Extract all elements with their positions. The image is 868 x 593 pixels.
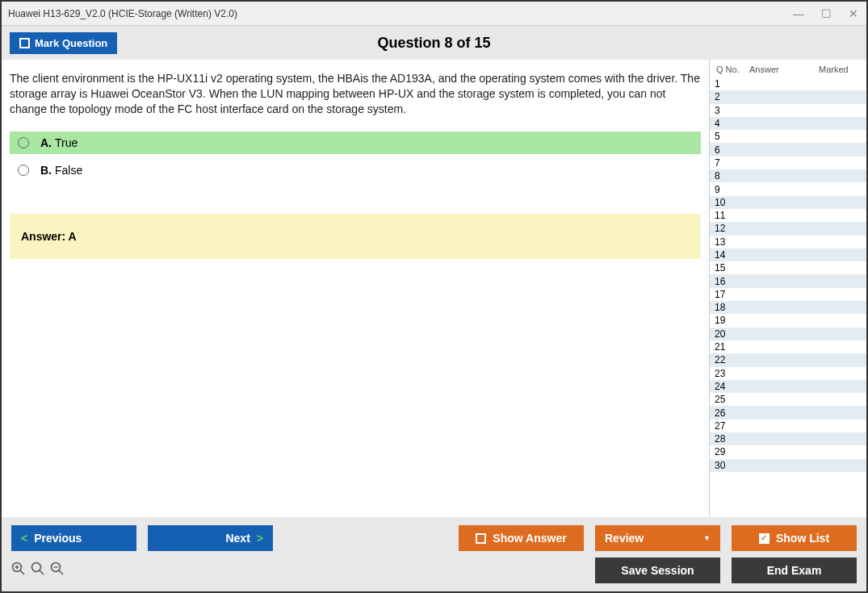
show-answer-button[interactable]: Show Answer [459, 525, 584, 551]
row-number: 9 [710, 184, 746, 195]
row-number: 1 [710, 78, 746, 90]
list-row[interactable]: 14 [710, 248, 866, 261]
list-row[interactable]: 6 [710, 143, 866, 156]
row-number: 19 [710, 315, 746, 326]
zoom-in-icon[interactable] [11, 562, 26, 580]
topbar: Mark Question Question 8 of 15 [2, 26, 866, 60]
list-row[interactable]: 3 [710, 104, 866, 117]
row-number: 4 [710, 118, 746, 129]
row-number: 15 [710, 262, 746, 274]
row-number: 26 [710, 407, 746, 419]
check-icon: ✓ [759, 533, 769, 544]
close-icon[interactable]: ✕ [847, 7, 860, 20]
list-row[interactable]: 13 [710, 236, 866, 248]
svg-point-4 [32, 562, 41, 571]
row-number: 20 [710, 328, 746, 340]
list-row[interactable]: 29 [710, 445, 866, 458]
list-row[interactable]: 9 [710, 182, 866, 195]
row-number: 16 [710, 276, 746, 287]
row-number: 17 [710, 289, 746, 300]
list-row[interactable]: 17 [710, 288, 866, 301]
list-row[interactable]: 24 [710, 380, 866, 393]
list-row[interactable]: 25 [710, 393, 866, 406]
button-row-1: < Previous Next > Show Answer Review ▼ ✓… [11, 525, 857, 551]
row-number: 13 [710, 236, 746, 248]
titlebar: Huawei H13-629_V2.0 (HCIE-Storage (Writt… [2, 2, 866, 26]
app-window: Huawei H13-629_V2.0 (HCIE-Storage (Writt… [0, 0, 868, 593]
list-row[interactable]: 4 [710, 117, 866, 130]
show-list-button[interactable]: ✓ Show List [732, 525, 857, 551]
list-row[interactable]: 15 [710, 261, 866, 274]
option-a[interactable]: A. True [10, 132, 701, 154]
row-number: 28 [710, 433, 746, 445]
option-text: False [55, 164, 82, 177]
list-row[interactable]: 2 [710, 90, 866, 103]
main-area: The client environment is the HP-UX11i v… [2, 60, 866, 517]
maximize-icon[interactable]: ☐ [820, 7, 832, 20]
header-marked: Marked [819, 65, 863, 74]
chevron-left-icon: < [21, 532, 27, 545]
row-number: 14 [710, 249, 746, 261]
list-row[interactable]: 28 [710, 432, 866, 445]
option-text: True [55, 136, 78, 149]
window-controls: — ☐ ✕ [792, 7, 860, 20]
answer-label: Answer: [21, 230, 69, 243]
list-row[interactable]: 16 [710, 274, 866, 287]
list-row[interactable]: 21 [710, 340, 866, 353]
mark-question-button[interactable]: Mark Question [10, 32, 117, 54]
radio-icon [18, 165, 29, 176]
list-header: Q No. Answer Marked [710, 60, 866, 77]
review-label: Review [605, 532, 644, 545]
list-row[interactable]: 12 [710, 222, 866, 235]
list-row[interactable]: 18 [710, 301, 866, 314]
list-row[interactable]: 1 [710, 77, 866, 90]
list-row[interactable]: 26 [710, 406, 866, 419]
list-row[interactable]: 27 [710, 420, 866, 432]
list-row[interactable]: 22 [710, 353, 866, 366]
bottom-bar: < Previous Next > Show Answer Review ▼ ✓… [2, 517, 866, 591]
show-list-label: Show List [776, 532, 829, 545]
answer-value: A [69, 230, 77, 243]
list-row[interactable]: 10 [710, 196, 866, 209]
list-row[interactable]: 19 [710, 314, 866, 327]
row-number: 18 [710, 302, 746, 313]
list-row[interactable]: 8 [710, 169, 866, 182]
row-number: 21 [710, 341, 746, 353]
answer-box: Answer: A [10, 214, 701, 259]
next-button[interactable]: Next > [148, 525, 273, 551]
row-number: 10 [710, 197, 746, 208]
list-row[interactable]: 30 [710, 459, 866, 472]
list-row[interactable]: 11 [710, 209, 866, 222]
next-label: Next [225, 532, 249, 545]
zoom-reset-icon[interactable] [31, 562, 45, 580]
svg-line-5 [40, 570, 44, 574]
row-number: 12 [710, 223, 746, 234]
end-exam-label: End Exam [767, 564, 822, 577]
row-number: 27 [710, 420, 746, 432]
question-panel: The client environment is the HP-UX11i v… [2, 60, 709, 517]
zoom-controls [11, 562, 65, 580]
list-row[interactable]: 7 [710, 157, 866, 169]
minimize-icon[interactable]: — [792, 7, 805, 20]
review-button[interactable]: Review ▼ [595, 525, 720, 551]
triangle-down-icon: ▼ [703, 534, 711, 542]
row-number: 29 [710, 446, 746, 457]
mark-question-label: Mark Question [35, 37, 107, 49]
save-session-button[interactable]: Save Session [595, 558, 720, 583]
list-row[interactable]: 5 [710, 130, 866, 143]
row-number: 11 [710, 210, 746, 221]
end-exam-button[interactable]: End Exam [732, 558, 857, 583]
row-number: 7 [710, 157, 746, 169]
row-number: 25 [710, 394, 746, 405]
previous-button[interactable]: < Previous [11, 525, 136, 551]
zoom-out-icon[interactable] [50, 562, 65, 580]
header-answer: Answer [749, 65, 819, 74]
list-row[interactable]: 20 [710, 328, 866, 340]
svg-line-1 [20, 570, 24, 574]
option-b[interactable]: B. False [10, 159, 701, 182]
question-list[interactable]: 1234567891011121314151617181920212223242… [710, 77, 866, 517]
row-number: 2 [710, 91, 746, 102]
header-qno: Q No. [713, 65, 749, 74]
list-row[interactable]: 23 [710, 367, 866, 380]
option-letter: B. [40, 164, 52, 177]
